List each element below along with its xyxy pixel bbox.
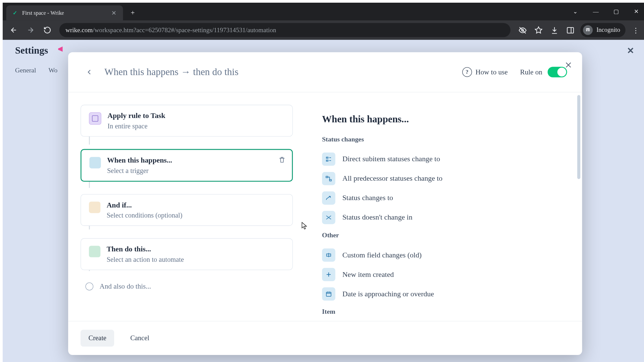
chevron-down-icon[interactable]: ⌄ (565, 3, 586, 20)
trigger-option-label: Direct subitem statuses change to (342, 155, 440, 164)
group-other: Other (322, 232, 565, 239)
arrow-path-icon (322, 191, 335, 205)
minimize-button[interactable]: ― (586, 3, 606, 20)
tab-strip: ✓ First space - Wrike ✕ + ⌄ ― ▢ ✕ (3, 3, 644, 20)
maximize-button[interactable]: ▢ (606, 3, 627, 20)
eye-off-icon[interactable] (515, 22, 530, 38)
svg-point-2 (586, 30, 588, 32)
address-bar[interactable]: wrike.com/workspace.htm?acc=6250782#/spa… (59, 23, 511, 37)
cancel-button[interactable]: Cancel (122, 330, 157, 347)
trigger-option-subitem-status[interactable]: Direct subitem statuses change to (322, 149, 565, 169)
rule-on-toggle[interactable] (548, 67, 567, 77)
cross-arrows-icon (322, 211, 335, 224)
browser-toolbar: wrike.com/workspace.htm?acc=6250782#/spa… (3, 20, 644, 40)
trigger-list-panel: When this happens... Status changes Dire… (296, 93, 582, 321)
condition-title: And if... (107, 201, 182, 209)
condition-card[interactable]: And if... Select conditions (optional) (80, 194, 293, 226)
trigger-option-new-item[interactable]: New item created (322, 265, 565, 284)
star-icon[interactable] (531, 22, 546, 38)
trigger-option-status-not-change[interactable]: Status doesn't change in (322, 208, 565, 227)
triggers-heading: When this happens... (322, 114, 565, 125)
svg-rect-6 (326, 176, 328, 178)
incognito-label: Incognito (596, 26, 620, 34)
action-subtitle: Select an action to automate (107, 255, 184, 263)
apply-rule-subtitle: In entire space (108, 122, 165, 130)
trigger-option-custom-field[interactable]: Custom field changes (old) (322, 245, 565, 265)
trigger-option-label: All predecessor statuses change to (342, 174, 442, 183)
flow-icon (322, 172, 335, 185)
side-panel-icon[interactable] (563, 22, 578, 38)
trigger-option-label: New item created (342, 270, 394, 279)
download-icon[interactable] (547, 22, 562, 38)
rule-toggle-group: Rule on (520, 67, 567, 77)
action-card[interactable]: Then do this... Select an action to auto… (80, 238, 293, 270)
back-button[interactable] (6, 22, 21, 38)
url-path: /workspace.htm?acc=6250782#/space-settin… (93, 26, 276, 34)
apply-rule-title: Apply rule to Task (108, 111, 165, 120)
action-title: Then do this... (107, 245, 184, 254)
new-tab-button[interactable]: + (126, 7, 139, 19)
and-also-add[interactable]: And also do this... (80, 283, 293, 291)
trigger-subtitle: Select a trigger (107, 167, 172, 175)
how-to-use-label: How to use (476, 68, 508, 76)
window-controls: ⌄ ― ▢ ✕ (565, 3, 644, 20)
svg-point-3 (588, 30, 590, 32)
tab-general[interactable]: General (15, 67, 36, 74)
rule-builder: Apply rule to Task In entire space When … (68, 93, 296, 321)
rule-on-label: Rule on (520, 68, 542, 76)
action-icon (89, 246, 100, 257)
browser-chrome: ✓ First space - Wrike ✕ + ⌄ ― ▢ ✕ (3, 3, 644, 40)
add-circle-icon (86, 283, 94, 291)
list-icon (322, 153, 335, 166)
forward-button[interactable] (23, 22, 38, 38)
and-also-label: And also do this... (100, 283, 151, 291)
group-status-changes: Status changes (322, 136, 565, 143)
incognito-indicator[interactable]: Incognito (581, 23, 626, 37)
svg-rect-9 (326, 292, 331, 296)
wrike-favicon-icon: ✓ (11, 9, 18, 16)
browser-tab[interactable]: ✓ First space - Wrike ✕ (6, 5, 123, 20)
trigger-card[interactable]: When this happens... Select a trigger (80, 149, 293, 182)
modal-title: When this happens → then do this (104, 66, 238, 78)
page-close-button[interactable]: ✕ (626, 45, 636, 56)
calendar-icon (322, 288, 335, 301)
svg-rect-5 (326, 160, 328, 162)
condition-icon (89, 201, 100, 213)
how-to-use-link[interactable]: ? How to use (462, 67, 508, 77)
modal-footer: Create Cancel (68, 321, 582, 355)
tab-title: First space - Wrike (22, 9, 107, 16)
group-item: Item (322, 308, 565, 316)
automation-rule-modal: When this happens → then do this ? How t… (68, 52, 582, 355)
help-icon: ? (462, 67, 472, 77)
trigger-option-label: Date is approaching or overdue (342, 290, 434, 298)
field-icon (322, 249, 335, 262)
modal-back-button[interactable] (83, 66, 96, 78)
kebab-menu-icon[interactable]: ⋮ (628, 22, 643, 38)
condition-subtitle: Select conditions (optional) (107, 211, 182, 219)
trigger-option-predecessor-status[interactable]: All predecessor statuses change to (322, 169, 565, 188)
svg-rect-4 (326, 157, 328, 159)
trigger-option-date[interactable]: Date is approaching or overdue (322, 284, 565, 304)
trigger-option-status-changes[interactable]: Status changes to (322, 188, 565, 208)
trigger-option-label: Status doesn't change in (342, 213, 413, 222)
trigger-option-label: Status changes to (342, 194, 393, 202)
tab-workflows[interactable]: Wo (48, 67, 57, 74)
megaphone-icon (57, 45, 66, 56)
close-window-button[interactable]: ✕ (626, 3, 644, 20)
reload-button[interactable] (40, 22, 55, 38)
close-tab-icon[interactable]: ✕ (111, 9, 118, 16)
trigger-option-label: Custom field changes (old) (342, 251, 422, 259)
trigger-icon (89, 157, 101, 168)
settings-title: Settings (15, 45, 48, 56)
plus-icon (322, 268, 335, 282)
svg-rect-1 (567, 27, 574, 33)
trigger-title: When this happens... (107, 156, 172, 165)
task-icon (89, 112, 101, 125)
incognito-icon (583, 25, 593, 35)
delete-trigger-button[interactable] (278, 156, 286, 166)
apply-rule-card[interactable]: Apply rule to Task In entire space (80, 105, 293, 137)
create-button[interactable]: Create (80, 330, 114, 347)
url-domain: wrike.com (65, 26, 93, 34)
modal-header: When this happens → then do this ? How t… (68, 52, 582, 93)
